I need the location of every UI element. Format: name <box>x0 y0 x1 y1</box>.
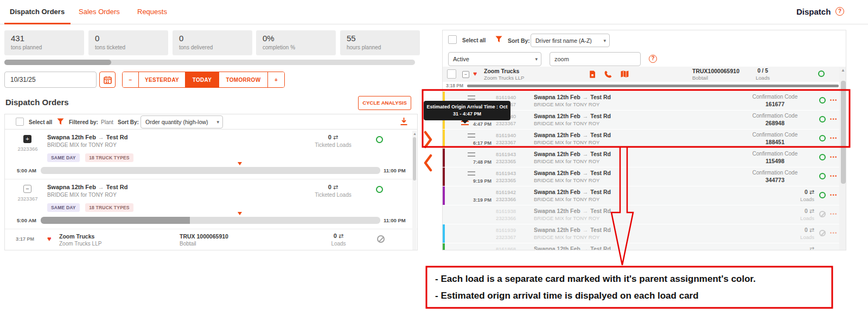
load-card[interactable]: 8161939 2323367 Swapna 12th Feb→Test Rd … <box>443 224 839 243</box>
drag-handle-icon[interactable] <box>468 152 475 157</box>
sort-by-value: Order quantity (high-low) <box>145 119 208 125</box>
loads-cycle-icon: ⇄ <box>808 208 814 214</box>
driver-search-input[interactable] <box>550 52 641 66</box>
scrollbar-thumb[interactable] <box>841 81 846 184</box>
date-input[interactable] <box>4 72 97 88</box>
left-controls-row: Select all Filtered by: Plant Sort By: O… <box>5 114 417 130</box>
arrow-icon: → <box>580 208 591 214</box>
date-minus-button[interactable]: − <box>123 72 139 87</box>
expand-collapse-icon[interactable]: + <box>23 135 31 143</box>
order-title: Swapna 12th Feb→Test Rd <box>47 184 127 190</box>
dispatch-order-card[interactable]: + 2323366 Swapna 12th Feb→Test Rd BRIDGE… <box>5 130 418 179</box>
today-button[interactable]: TODAY <box>186 72 219 87</box>
stat-value: 0% <box>263 34 275 43</box>
driver-checkbox[interactable] <box>447 69 456 79</box>
arrow-icon: → <box>580 246 591 250</box>
order-timeline[interactable] <box>41 217 380 224</box>
more-options-button[interactable]: ••• <box>830 154 838 160</box>
tooltip-pointer <box>462 120 468 124</box>
left-scrollbar[interactable]: ▲ <box>412 131 417 250</box>
chevron-down-icon: ▾ <box>535 56 538 62</box>
cycle-analysis-button[interactable]: CYCLE ANALYSIS <box>358 96 411 110</box>
ticketed-loads-label: Ticketed Loads <box>301 192 366 198</box>
status-filter-dropdown[interactable]: Active ▾ <box>448 52 541 66</box>
driver-sort-dropdown[interactable]: Driver first name (A-Z) ▾ <box>531 34 610 47</box>
status-blocked-icon <box>819 230 826 236</box>
drag-handle-icon[interactable] <box>468 171 475 176</box>
scroll-up-icon[interactable]: ▲ <box>413 132 417 136</box>
drag-handle-icon[interactable] <box>468 133 475 138</box>
annotation-text: - Each load is a separate card marked wi… <box>435 270 829 304</box>
collapse-icon[interactable]: − <box>462 71 469 78</box>
map-icon[interactable] <box>621 70 629 78</box>
order-id: 2323366 <box>496 196 516 203</box>
loads-label: Loads <box>736 215 814 221</box>
more-options-button[interactable]: ••• <box>830 98 838 103</box>
load-card[interactable]: 8161938 2323366 Swapna 12th Feb→Test Rd … <box>443 205 839 224</box>
calendar-button[interactable] <box>99 72 116 88</box>
filter-funnel-icon[interactable] <box>495 36 502 43</box>
status-ok-icon <box>376 186 383 193</box>
status-filter-value: Active <box>453 56 469 62</box>
load-subtitle: BRIDGE MIX for TONY ROY <box>534 139 599 145</box>
scroll-up-icon[interactable]: ▲ <box>841 68 845 73</box>
help-icon[interactable]: ? <box>649 55 657 63</box>
yesterday-button[interactable]: YESTERDAY <box>139 72 186 87</box>
collapse-left-chevron[interactable] <box>423 154 433 172</box>
right-scrollbar[interactable]: ▲ <box>839 67 846 250</box>
load-id: 8161940 <box>496 132 516 139</box>
dispatch-order-card[interactable]: − 2323367 Swapna 12th Feb→Test Rd BRIDGE… <box>5 179 418 229</box>
load-card[interactable]: 6:17 PM 8161940 2323367 Swapna 12th Feb→… <box>443 130 839 148</box>
load-subtitle: BRIDGE MIX for TONY ROY <box>534 177 599 183</box>
stat-card: 55 hours planned <box>340 30 420 55</box>
expand-collapse-icon[interactable]: − <box>23 185 31 193</box>
arrival-time-tooltip: Estimated Origin Arrival Time : Oct 31 -… <box>424 101 510 120</box>
more-options-button[interactable]: ••• <box>830 136 838 141</box>
more-options-button[interactable]: ••• <box>830 211 838 217</box>
tab-dispatch-orders[interactable]: Dispatch Orders <box>10 8 65 16</box>
stat-label: tons planned <box>11 44 42 50</box>
arrow-icon: → <box>580 170 591 176</box>
download-icon[interactable] <box>400 117 408 126</box>
stat-card: 0% completion % <box>256 30 336 55</box>
select-all-checkbox[interactable] <box>448 35 457 44</box>
load-card[interactable]: 7:48 PM 8161943 2323365 Swapna 12th Feb→… <box>443 149 839 167</box>
load-card[interactable]: 3:19 PM 8161942 2323366 Swapna 12th Feb→… <box>443 186 839 205</box>
load-card[interactable]: 8161868 Swapna 12th Feb→Test Rd ⇄ <box>443 243 839 250</box>
drag-handle-icon[interactable] <box>468 95 475 100</box>
more-options-button[interactable]: ••• <box>830 173 838 179</box>
tab-requests[interactable]: Requests <box>137 8 167 16</box>
driver-name: Zoom Trucks <box>484 68 519 74</box>
loads-label: Loads <box>736 196 814 202</box>
more-options-button[interactable]: ••• <box>830 192 838 198</box>
order-tags: SAME DAY 18 TRUCK TYPES <box>47 202 137 212</box>
load-title: Swapna 12th Feb→Test Rd <box>534 189 611 195</box>
driver-row[interactable]: − ♥ Zoom Trucks Zoom Trucks LLP TRUX1000… <box>443 67 839 82</box>
confirmation-code-label: Confirmation Code <box>736 113 814 119</box>
truck-row[interactable]: 3:17 PM ♥ Zoom Trucks Zoom Trucks LLP TR… <box>5 230 418 250</box>
sort-by-dropdown[interactable]: Order quantity (high-low) ▾ <box>141 115 223 128</box>
favorite-heart-icon[interactable]: ♥ <box>473 70 477 78</box>
filter-funnel-icon[interactable] <box>57 118 64 125</box>
tomorrow-button[interactable]: TOMORROW <box>219 72 268 87</box>
assignment-color-stripe <box>443 130 445 148</box>
favorite-heart-icon[interactable]: ♥ <box>47 235 52 243</box>
order-timeline[interactable] <box>41 167 380 174</box>
tab-sales-orders[interactable]: Sales Orders <box>79 8 120 16</box>
overall-progress-fill <box>4 60 111 65</box>
help-icon[interactable]: ? <box>835 7 844 16</box>
ticket-icon[interactable] <box>589 70 596 78</box>
scrollbar-thumb[interactable] <box>413 137 416 180</box>
truck-type: Bobtail <box>180 241 196 247</box>
more-options-button[interactable]: ••• <box>830 230 838 236</box>
expand-right-chevron[interactable] <box>423 131 433 149</box>
order-subtitle: BRIDGE MIX for TONY ROY <box>47 142 117 148</box>
confirmation-code-value: 161677 <box>736 101 814 107</box>
select-all-checkbox[interactable] <box>16 118 24 126</box>
more-options-button[interactable]: ••• <box>830 117 838 122</box>
phone-icon[interactable] <box>604 70 612 78</box>
load-card[interactable]: 9:19 PM 8161943 2323365 Swapna 12th Feb→… <box>443 167 839 186</box>
date-plus-button[interactable]: + <box>268 72 284 87</box>
truck-loads-block: 0⇄ Loads <box>320 233 358 247</box>
status-ok-icon <box>819 116 826 122</box>
